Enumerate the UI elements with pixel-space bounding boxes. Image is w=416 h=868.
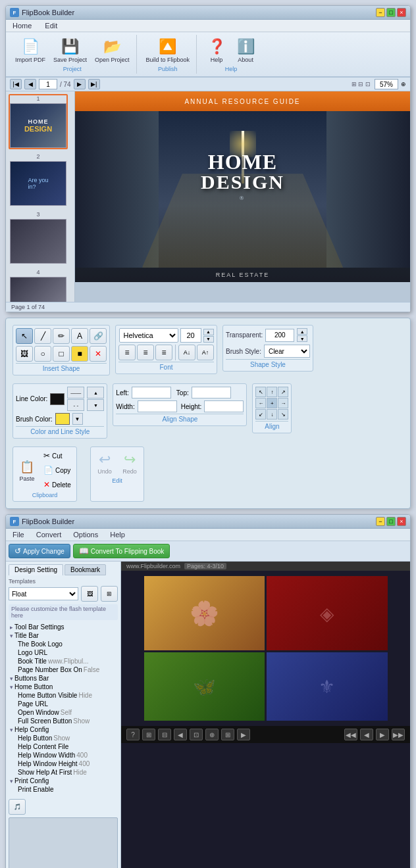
align-right-btn[interactable]: ≡ [155, 345, 172, 360]
font-size-up[interactable]: ▲ [203, 329, 214, 335]
tree-logo-url[interactable]: Logo URL [9, 648, 118, 657]
page-thumb-2[interactable]: 2 Are youin? [9, 152, 68, 207]
oval-tool[interactable]: ○ [34, 346, 51, 362]
last-page-button[interactable]: ▶| [88, 79, 100, 89]
link-tool[interactable]: 🔗 [90, 328, 107, 344]
align-bc[interactable]: ↓ [267, 409, 277, 420]
tree-home-visible[interactable]: Home Button Visible Hide [9, 691, 118, 700]
design-menu-convert[interactable]: Convert [34, 530, 65, 539]
flip-question-btn[interactable]: ? [126, 729, 140, 740]
flip-back-btn[interactable]: ◀ [174, 729, 187, 740]
line-style-dropdown[interactable]: - - [67, 399, 84, 411]
align-mc[interactable]: + [267, 398, 277, 408]
open-project-button[interactable]: 📂 Open Project [92, 36, 132, 64]
flip-last-btn[interactable]: ▶▶ [392, 729, 405, 740]
tree-print-enable[interactable]: Print Enable [9, 785, 118, 794]
font-size-input[interactable] [180, 328, 201, 343]
text-grow-btn[interactable]: A↑ [197, 345, 214, 360]
tree-toolbar-settings[interactable]: ▸Tool Bar Settings [9, 623, 118, 631]
page-thumb-4[interactable]: 4 [9, 268, 68, 302]
menu-edit[interactable]: Edit [42, 21, 60, 30]
design-close-button[interactable]: × [397, 517, 406, 526]
flip-cell-3[interactable]: 🦋 [144, 652, 265, 721]
transparent-down[interactable]: ▼ [297, 335, 307, 342]
transparent-input[interactable] [265, 329, 294, 342]
maximize-button[interactable]: □ [386, 8, 396, 17]
page-thumb-3[interactable]: 3 [9, 210, 68, 265]
tab-design-setting[interactable]: Design Setting [9, 564, 63, 575]
font-select[interactable]: Helvetica [119, 328, 178, 343]
tree-page-url[interactable]: Page URL [9, 700, 118, 708]
apply-change-button[interactable]: ↺ Apply Change [9, 544, 70, 558]
brush-color-box[interactable] [55, 413, 70, 425]
convert-flip-button[interactable]: 📖 Convert To Flipping Book [73, 544, 170, 558]
pencil-tool[interactable]: ✏ [53, 328, 70, 344]
line-style-preview[interactable]: —— [67, 387, 84, 398]
align-br[interactable]: ↘ [278, 409, 288, 420]
tree-title-bar[interactable]: ▾Title Bar [9, 631, 118, 640]
tree-home-btn[interactable]: ▾Home Button [9, 683, 118, 691]
design-menu-help[interactable]: Help [107, 530, 128, 539]
tree-help-config[interactable]: ▾Help Config [9, 725, 118, 734]
design-menu-file[interactable]: File [10, 530, 27, 539]
design-maximize-button[interactable]: □ [386, 517, 396, 526]
tab-bookmark[interactable]: Bookmark [65, 564, 106, 575]
tree-book-logo[interactable]: The Book Logo [9, 640, 118, 648]
transparent-up[interactable]: ▲ [297, 328, 307, 335]
flip-cell-4[interactable]: ⚜ [267, 652, 388, 721]
tree-print-config[interactable]: ▾Print Config [9, 777, 118, 785]
line-color-box[interactable] [50, 393, 65, 405]
image-tool[interactable]: 🖼 [16, 346, 33, 362]
flip-fit-btn[interactable]: ⊡ [190, 729, 203, 740]
height-input[interactable] [204, 400, 244, 412]
flip-two-page-btn[interactable]: ⊞ [221, 729, 234, 740]
delete-button[interactable]: ✕ Delete [41, 479, 74, 491]
flip-grid-btn[interactable]: ⊞ [142, 729, 155, 740]
top-input[interactable] [192, 387, 231, 398]
minimize-button[interactable]: − [376, 8, 385, 17]
about-button[interactable]: ℹ️ About [232, 36, 259, 64]
design-menu-options[interactable]: Options [70, 530, 101, 539]
rect-tool[interactable]: □ [53, 346, 70, 362]
flip-cell-2[interactable]: ◈ [267, 576, 388, 650]
cursor-tool[interactable]: ↖ [16, 328, 33, 344]
text-tool[interactable]: A [71, 328, 88, 344]
font-size-down[interactable]: ▼ [203, 336, 214, 343]
add-sound-button[interactable]: 🎵 [9, 799, 26, 815]
page-input[interactable] [39, 79, 57, 89]
tree-help-content[interactable]: Help Content File [9, 742, 118, 751]
color-tool[interactable]: ■ [71, 346, 88, 362]
flip-cell-1[interactable]: 🌸 [144, 576, 265, 650]
align-mr[interactable]: → [278, 398, 288, 408]
line-tool[interactable]: ╱ [34, 328, 51, 344]
flip-first-btn[interactable]: ◀◀ [344, 729, 357, 740]
brush-color-dropdown[interactable]: ▼ [72, 413, 83, 425]
prev-page-button[interactable]: ◀ [24, 79, 36, 89]
tree-buttons-bar[interactable]: ▾Buttons Bar [9, 674, 118, 683]
align-left-btn[interactable]: ≡ [118, 345, 136, 360]
width-input[interactable] [138, 400, 177, 412]
tree-help-btn[interactable]: Help Button Show [9, 734, 118, 742]
tree-open-window[interactable]: Open Window Self [9, 708, 118, 717]
tree-help-height[interactable]: Help Window Height 400 [9, 760, 118, 768]
tree-help-width[interactable]: Help Window Width 400 [9, 751, 118, 760]
flip-prev-btn[interactable]: ◀ [360, 729, 373, 740]
align-tc[interactable]: ↑ [267, 387, 277, 397]
flip-forward-btn[interactable]: ▶ [237, 729, 250, 740]
brush-style-select[interactable]: Clear [264, 345, 310, 358]
tree-page-num-box[interactable]: Page Number Box On False [9, 665, 118, 674]
redo-button[interactable]: ↪ Redo [118, 450, 141, 476]
first-page-button[interactable]: |◀ [10, 79, 22, 89]
template-select[interactable]: Float [9, 587, 78, 600]
tree-show-help-first[interactable]: Show Help At First Hide [9, 768, 118, 777]
design-minimize-button[interactable]: − [376, 517, 385, 526]
flip-zoom-btn[interactable]: ⊕ [205, 729, 219, 740]
delete-shape-tool[interactable]: ✕ [90, 346, 107, 362]
next-page-button[interactable]: ▶ [74, 79, 86, 89]
cut-button[interactable]: ✂ Cut [41, 450, 74, 462]
align-bl[interactable]: ↙ [255, 409, 266, 420]
tree-fullscreen[interactable]: Full Screen Button Show [9, 717, 118, 725]
align-tl[interactable]: ↖ [255, 387, 266, 397]
save-project-button[interactable]: 💾 Save Project [51, 36, 90, 64]
text-shrink-btn[interactable]: A↓ [178, 345, 195, 360]
